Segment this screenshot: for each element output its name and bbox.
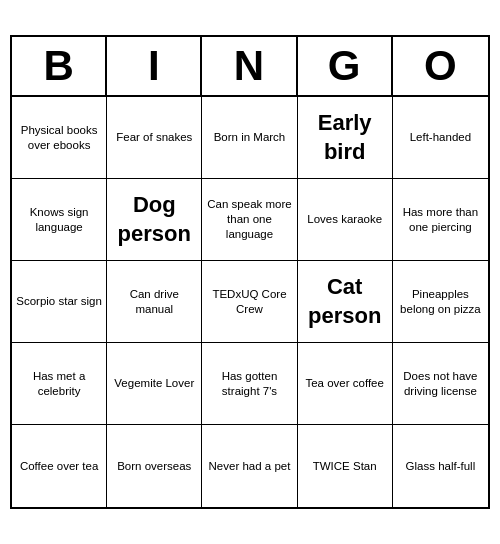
bingo-cell-12[interactable]: TEDxUQ Core Crew [202,261,297,343]
bingo-cell-0[interactable]: Physical books over ebooks [12,97,107,179]
bingo-cell-16[interactable]: Vegemite Lover [107,343,202,425]
bingo-cell-22[interactable]: Never had a pet [202,425,297,507]
header-letter-n: N [202,37,297,95]
header-letter-i: I [107,37,202,95]
bingo-cell-18[interactable]: Tea over coffee [298,343,393,425]
bingo-cell-13[interactable]: Cat person [298,261,393,343]
bingo-cell-20[interactable]: Coffee over tea [12,425,107,507]
bingo-cell-7[interactable]: Can speak more than one language [202,179,297,261]
bingo-cell-17[interactable]: Has gotten straight 7's [202,343,297,425]
bingo-cell-11[interactable]: Can drive manual [107,261,202,343]
bingo-cell-14[interactable]: Pineapples belong on pizza [393,261,488,343]
bingo-cell-15[interactable]: Has met a celebrity [12,343,107,425]
bingo-cell-10[interactable]: Scorpio star sign [12,261,107,343]
bingo-header: BINGO [12,37,488,97]
header-letter-g: G [298,37,393,95]
bingo-cell-24[interactable]: Glass half-full [393,425,488,507]
bingo-cell-6[interactable]: Dog person [107,179,202,261]
bingo-cell-23[interactable]: TWICE Stan [298,425,393,507]
bingo-card: BINGO Physical books over ebooksFear of … [10,35,490,509]
bingo-cell-21[interactable]: Born overseas [107,425,202,507]
bingo-cell-19[interactable]: Does not have driving license [393,343,488,425]
bingo-grid: Physical books over ebooksFear of snakes… [12,97,488,507]
bingo-cell-4[interactable]: Left-handed [393,97,488,179]
bingo-cell-9[interactable]: Has more than one piercing [393,179,488,261]
bingo-cell-1[interactable]: Fear of snakes [107,97,202,179]
header-letter-b: B [12,37,107,95]
bingo-cell-3[interactable]: Early bird [298,97,393,179]
header-letter-o: O [393,37,488,95]
bingo-cell-2[interactable]: Born in March [202,97,297,179]
bingo-cell-5[interactable]: Knows sign language [12,179,107,261]
bingo-cell-8[interactable]: Loves karaoke [298,179,393,261]
